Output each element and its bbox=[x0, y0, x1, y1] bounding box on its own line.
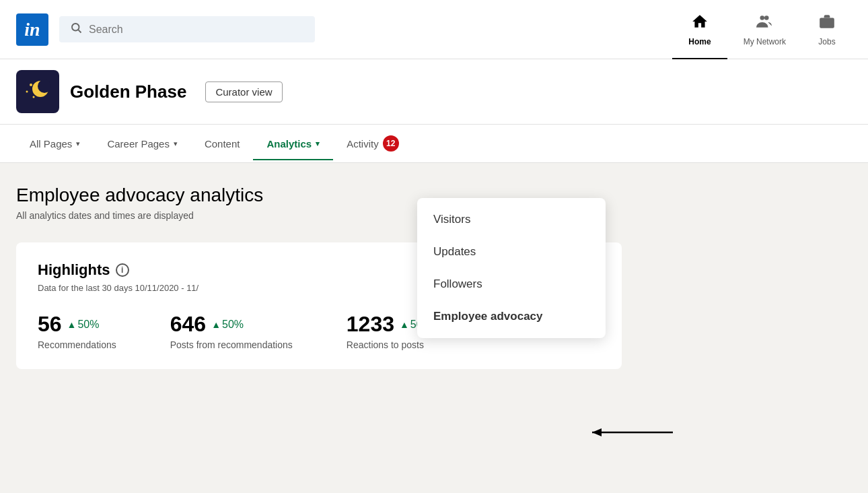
svg-point-10 bbox=[33, 96, 35, 98]
tab-career-pages-label: Career Pages bbox=[107, 138, 170, 150]
highlights-label: Highlights bbox=[38, 261, 110, 279]
metric-recommendations: 56 ▲ 50% Recommendations bbox=[38, 312, 116, 350]
main-content: Employee advocacy analytics All analytic… bbox=[0, 163, 868, 391]
search-icon bbox=[70, 22, 82, 37]
header: in Home bbox=[0, 0, 868, 59]
info-icon[interactable]: i bbox=[116, 263, 129, 277]
svg-rect-4 bbox=[820, 18, 834, 28]
svg-marker-12 bbox=[592, 428, 602, 436]
metric-posts-change: ▲ 50% bbox=[211, 319, 244, 331]
metric-posts-label: Posts from recommendations bbox=[170, 339, 293, 350]
tab-analytics[interactable]: Analytics ▾ bbox=[253, 127, 333, 160]
company-logo bbox=[16, 70, 59, 113]
tab-activity-label: Activity bbox=[347, 138, 379, 150]
dropdown-updates[interactable]: Updates bbox=[417, 236, 606, 268]
up-arrow-posts: ▲ bbox=[211, 319, 221, 330]
tab-analytics-label: Analytics bbox=[266, 138, 312, 150]
linkedin-logo[interactable]: in bbox=[16, 13, 48, 46]
dropdown-followers[interactable]: Followers bbox=[417, 268, 606, 300]
dropdown-followers-label: Followers bbox=[433, 277, 482, 291]
metric-recommendations-value: 56 ▲ 50% bbox=[38, 312, 116, 337]
search-bar[interactable] bbox=[59, 16, 315, 42]
nav-jobs[interactable]: Jobs bbox=[802, 0, 852, 59]
metric-recommendations-label: Recommendations bbox=[38, 339, 116, 350]
tab-content-label: Content bbox=[205, 138, 240, 150]
nav-home[interactable]: Home bbox=[672, 0, 727, 59]
nav-my-network-label: My Network bbox=[744, 37, 786, 46]
dropdown-visitors-label: Visitors bbox=[433, 213, 470, 226]
svg-line-1 bbox=[78, 30, 81, 32]
curator-view-button[interactable]: Curator view bbox=[205, 81, 282, 102]
tab-career-pages[interactable]: Career Pages ▾ bbox=[94, 127, 191, 160]
nav-home-label: Home bbox=[688, 37, 711, 46]
activity-badge: 12 bbox=[383, 135, 399, 152]
up-arrow-reactions: ▲ bbox=[400, 319, 409, 330]
up-arrow-recommendations: ▲ bbox=[67, 319, 77, 330]
arrow-indicator bbox=[592, 424, 686, 440]
dropdown-visitors[interactable]: Visitors bbox=[417, 203, 606, 236]
company-name: Golden Phase bbox=[70, 81, 186, 102]
tab-all-pages[interactable]: All Pages ▾ bbox=[16, 127, 94, 160]
jobs-icon bbox=[818, 13, 836, 34]
tab-all-pages-label: All Pages bbox=[30, 138, 72, 150]
tabs-bar: All Pages ▾ Career Pages ▾ Content Analy… bbox=[0, 125, 868, 163]
metric-posts: 646 ▲ 50% Posts from recommendations bbox=[170, 312, 293, 350]
my-network-icon bbox=[756, 13, 773, 34]
nav: Home My Network Jobs bbox=[672, 0, 852, 59]
search-input[interactable] bbox=[89, 24, 304, 36]
all-pages-chevron-icon: ▾ bbox=[76, 139, 80, 148]
analytics-dropdown: Visitors Updates Followers Employee advo… bbox=[417, 198, 606, 338]
metric-reactions-label: Reactions to posts bbox=[347, 339, 432, 350]
dropdown-employee-advocacy-label: Employee advocacy bbox=[433, 310, 543, 323]
svg-point-3 bbox=[764, 15, 769, 20]
linkedin-logo-text: in bbox=[24, 19, 40, 40]
svg-point-8 bbox=[30, 84, 32, 86]
analytics-chevron-icon: ▾ bbox=[316, 139, 320, 148]
metric-recommendations-change: ▲ 50% bbox=[67, 319, 100, 331]
home-icon bbox=[691, 13, 709, 34]
svg-point-2 bbox=[760, 15, 765, 20]
dropdown-employee-advocacy[interactable]: Employee advocacy bbox=[417, 300, 606, 333]
career-pages-chevron-icon: ▾ bbox=[174, 139, 178, 148]
nav-my-network[interactable]: My Network bbox=[727, 0, 802, 59]
tab-activity[interactable]: Activity 12 bbox=[333, 125, 412, 162]
dropdown-updates-label: Updates bbox=[433, 245, 476, 259]
svg-point-9 bbox=[26, 91, 28, 93]
company-header: Golden Phase Curator view bbox=[0, 59, 868, 125]
tab-content[interactable]: Content bbox=[191, 127, 254, 160]
svg-point-0 bbox=[72, 24, 79, 31]
nav-jobs-label: Jobs bbox=[818, 37, 835, 46]
svg-point-7 bbox=[38, 79, 51, 93]
metric-posts-value: 646 ▲ 50% bbox=[170, 312, 293, 337]
